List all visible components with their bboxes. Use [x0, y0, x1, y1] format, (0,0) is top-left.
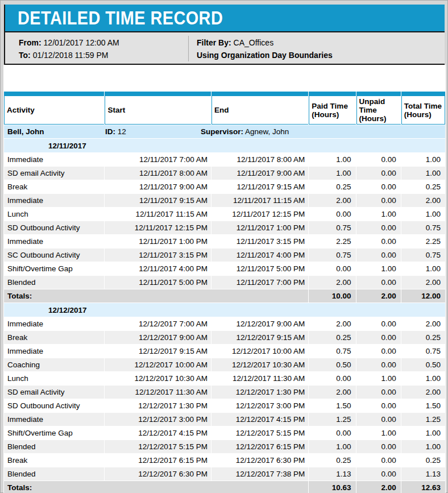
- activity-cell: Lunch: [4, 208, 104, 221]
- total-hours-cell: 1.00: [401, 167, 445, 180]
- from-value: 12/01/2017 12:00 AM: [44, 38, 119, 47]
- date-range-section: From: 12/01/2017 12:00 AM To: 01/12/2018…: [5, 32, 188, 64]
- start-cell: 12/11/2017 3:15 PM: [105, 248, 210, 262]
- activity-cell: Break: [4, 180, 104, 193]
- unpaid-hours-cell: 0.00: [356, 413, 401, 426]
- totals-row: Totals:10.002.0012.00: [4, 289, 445, 303]
- paid-hours-cell: 0.75: [309, 345, 355, 358]
- time-entry-row: Immediate12/11/2017 7:00 AM12/11/2017 8:…: [4, 153, 445, 166]
- spacer-band: [3, 65, 446, 91]
- end-cell: 12/12/2017 6:15 PM: [211, 440, 308, 453]
- to-row: To: 01/12/2018 11:59 PM: [19, 49, 188, 61]
- totals-label: Totals:: [4, 289, 308, 303]
- paid-hours-cell: 2.00: [309, 386, 355, 399]
- totals-total-hours: 12.00: [401, 289, 445, 303]
- date-group-row: 12/12/2017: [4, 303, 445, 317]
- time-entry-row: Immediate12/12/2017 7:00 AM12/12/2017 9:…: [4, 317, 445, 330]
- unpaid-hours-cell: 0.00: [356, 276, 401, 289]
- paid-hours-cell: 0.50: [309, 358, 355, 371]
- column-header-end: End: [211, 92, 308, 125]
- filter-by-label: Filter By:: [197, 38, 231, 47]
- total-hours-cell: 2.00: [401, 276, 445, 289]
- start-cell: 12/12/2017 10:00 AM: [105, 358, 210, 371]
- end-cell: 12/11/2017 8:00 AM: [211, 153, 308, 166]
- column-header-total-time: Total Time (Hours): [401, 92, 445, 125]
- employee-supervisor: Supervisor: Agnew, John: [201, 127, 289, 136]
- total-hours-cell: 0.25: [401, 180, 445, 193]
- time-entry-row: Immediate12/12/2017 3:00 PM12/12/2017 4:…: [4, 413, 445, 426]
- start-cell: 12/12/2017 5:15 PM: [105, 440, 210, 453]
- end-cell: 12/12/2017 6:30 PM: [211, 454, 308, 467]
- date-group-header: 12/12/2017: [4, 303, 445, 317]
- time-entry-row: Immediate12/11/2017 9:15 AM12/11/2017 11…: [4, 194, 445, 207]
- total-hours-cell: 1.00: [401, 153, 445, 166]
- time-entry-row: Break12/12/2017 9:00 AM12/12/2017 9:15 A…: [4, 331, 445, 344]
- time-entry-row: SD Outbound Activity12/11/2017 12:15 PM1…: [4, 221, 445, 234]
- time-entry-row: Break12/11/2017 9:00 AM12/11/2017 9:15 A…: [4, 180, 445, 193]
- paid-hours-cell: 0.00: [309, 372, 355, 385]
- activity-cell: Blended: [4, 276, 104, 289]
- paid-hours-cell: 1.13: [309, 467, 355, 480]
- unpaid-hours-cell: 0.00: [356, 317, 401, 330]
- filter-by-section: Filter By: CA_Offices Using Organization…: [189, 32, 445, 64]
- column-header-activity: Activity: [4, 92, 104, 125]
- end-cell: 12/12/2017 9:00 AM: [211, 317, 308, 330]
- to-label: To:: [19, 51, 31, 60]
- activity-cell: SD email Activity: [4, 386, 104, 399]
- employee-supervisor-label: Supervisor:: [201, 127, 243, 136]
- activity-cell: Immediate: [4, 194, 104, 207]
- unpaid-hours-cell: 0.00: [356, 345, 401, 358]
- employee-id-label: ID:: [105, 127, 115, 136]
- total-hours-cell: 1.00: [401, 372, 445, 385]
- start-cell: 12/12/2017 9:15 AM: [105, 345, 210, 358]
- paid-hours-cell: 0.00: [309, 262, 355, 275]
- totals-unpaid-hours: 2.00: [356, 481, 401, 493]
- to-value: 01/12/2018 11:59 PM: [33, 51, 109, 60]
- report-page: DETAILED TIME RECORD From: 12/01/2017 12…: [0, 0, 448, 493]
- total-hours-cell: 0.75: [401, 345, 445, 358]
- unpaid-hours-cell: 1.00: [356, 372, 401, 385]
- end-cell: 12/11/2017 9:15 AM: [211, 180, 308, 193]
- end-cell: 12/12/2017 10:30 AM: [211, 358, 308, 371]
- activity-cell: Lunch: [4, 372, 104, 385]
- end-cell: 12/11/2017 9:00 AM: [211, 167, 308, 180]
- start-cell: 12/12/2017 10:30 AM: [105, 372, 210, 385]
- time-entry-row: Blended12/12/2017 6:30 PM12/12/2017 7:38…: [4, 467, 445, 480]
- activity-cell: Break: [4, 331, 104, 344]
- paid-hours-cell: 1.00: [309, 167, 355, 180]
- activity-cell: Blended: [4, 440, 104, 453]
- activity-cell: SD Outbound Activity: [4, 221, 104, 234]
- unpaid-hours-cell: 0.00: [356, 248, 401, 262]
- start-cell: 12/11/2017 9:15 AM: [105, 194, 210, 207]
- time-entry-row: Break12/12/2017 6:15 PM12/12/2017 6:30 P…: [4, 454, 445, 467]
- time-entry-row: Blended12/11/2017 5:00 PM12/11/2017 7:00…: [4, 276, 445, 289]
- column-header-unpaid-time: Unpaid Time (Hours): [356, 92, 401, 125]
- unpaid-hours-cell: 0.00: [356, 221, 401, 234]
- paid-hours-cell: 2.25: [309, 235, 355, 248]
- start-cell: 12/12/2017 6:15 PM: [105, 454, 210, 467]
- paid-hours-cell: 1.00: [309, 440, 355, 453]
- start-cell: 12/12/2017 6:30 PM: [105, 467, 210, 480]
- time-entry-row: Shift/Overtime Gap12/12/2017 4:15 PM12/1…: [4, 426, 445, 440]
- totals-paid-hours: 10.63: [309, 481, 355, 493]
- start-cell: 12/12/2017 1:30 PM: [105, 399, 210, 412]
- start-cell: 12/11/2017 8:00 AM: [105, 167, 210, 180]
- time-entry-row: Lunch12/12/2017 10:30 AM12/12/2017 11:30…: [4, 372, 445, 385]
- unpaid-hours-cell: 0.00: [356, 194, 401, 207]
- time-entry-row: Lunch12/11/2017 11:15 AM12/11/2017 12:15…: [4, 208, 445, 221]
- paid-hours-cell: 2.00: [309, 194, 355, 207]
- table-header-row: Activity Start End Paid Time (Hours) Unp…: [4, 92, 445, 125]
- unpaid-hours-cell: 0.00: [356, 454, 401, 467]
- total-hours-cell: 0.75: [401, 221, 445, 234]
- unpaid-hours-cell: 0.00: [356, 467, 401, 480]
- total-hours-cell: 0.25: [401, 331, 445, 344]
- totals-unpaid-hours: 2.00: [356, 289, 401, 303]
- total-hours-cell: 2.00: [401, 194, 445, 207]
- employee-name: Bell, John: [7, 127, 105, 136]
- total-hours-cell: 2.00: [401, 386, 445, 399]
- unpaid-hours-cell: 0.00: [356, 386, 401, 399]
- paid-hours-cell: 1.50: [309, 399, 355, 412]
- paid-hours-cell: 0.75: [309, 248, 355, 262]
- total-hours-cell: 1.00: [401, 208, 445, 221]
- activity-cell: Shift/Overtime Gap: [4, 426, 104, 440]
